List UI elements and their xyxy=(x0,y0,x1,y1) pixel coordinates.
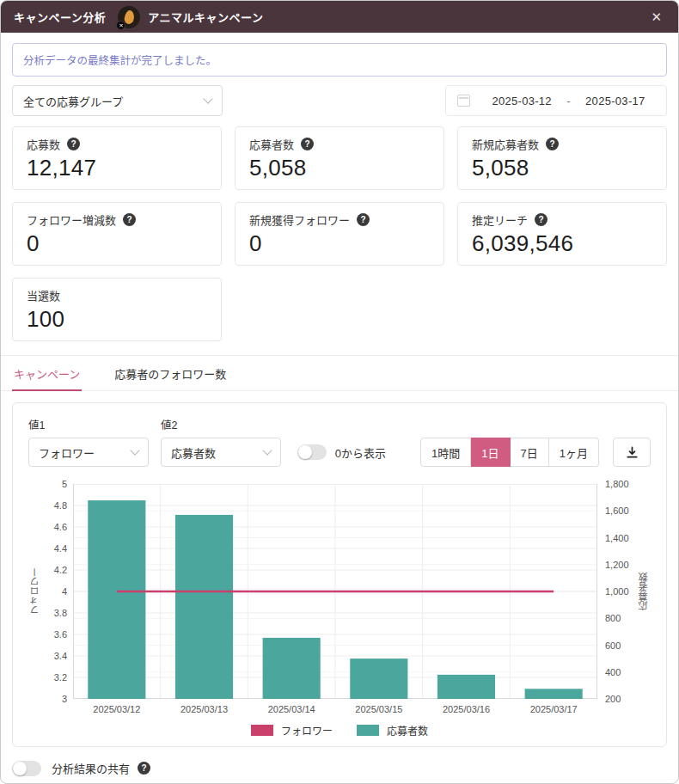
left-tick-label: 4.4 xyxy=(54,543,67,554)
stat-value: 12,147 xyxy=(27,155,207,181)
stat-label: 当選数 xyxy=(27,287,60,303)
campaign-avatar: ✕ xyxy=(118,6,140,28)
help-icon[interactable]: ? xyxy=(138,762,150,775)
stats-grid: 応募数?12,147応募者数?5,058新規応募者数?5,058フォロワー増減数… xyxy=(12,126,667,341)
right-tick-label: 1,600 xyxy=(605,505,629,516)
stat-label-row: フォロワー増減数? xyxy=(27,211,207,228)
stat-value: 5,058 xyxy=(472,155,652,181)
stat-label-row: 推定リーチ? xyxy=(472,211,652,228)
help-icon[interactable]: ? xyxy=(535,213,547,226)
range-1day[interactable]: 1日 xyxy=(471,438,510,467)
notification-banner: 分析データの最終集計が完了しました。 xyxy=(12,43,667,77)
stat-label: 新規獲得フォロワー xyxy=(249,211,350,228)
tab-entrant-followers[interactable]: 応募者のフォロワー数 xyxy=(113,356,228,391)
value1-select[interactable]: フォロワー xyxy=(28,438,149,467)
right-axis-ticks: 1,8001,6001,4001,2001,000800600400200 xyxy=(597,484,637,699)
date-range-end: 2025-03-17 xyxy=(576,95,655,107)
x-axis-label: 2025/03/12 xyxy=(73,704,161,714)
right-tick-label: 200 xyxy=(605,694,621,704)
notification-message: 分析データの最終集計が完了しました。 xyxy=(23,55,217,67)
left-tick-label: 4.2 xyxy=(54,565,67,575)
modal-header: キャンペーン分析 ✕ アニマルキャンペーン ✕ xyxy=(1,1,678,33)
close-icon[interactable]: ✕ xyxy=(647,7,665,27)
date-range-separator: - xyxy=(561,95,575,107)
value2-label: 値2 xyxy=(161,416,281,432)
plot-column: 2025/03/122025/03/132025/03/142025/03/15… xyxy=(73,484,597,714)
date-range-picker[interactable]: 2025-03-12 - 2025-03-17 xyxy=(445,85,667,116)
legend-swatch xyxy=(251,725,273,736)
left-axis-ticks: 54.84.64.44.243.83.63.43.23 xyxy=(42,484,73,699)
x-axis-label: 2025/03/13 xyxy=(161,704,248,714)
value2-select[interactable]: 応募者数 xyxy=(161,438,281,467)
right-tick-label: 1,800 xyxy=(605,479,629,489)
x-axis-label: 2025/03/17 xyxy=(510,704,597,714)
chart-legend: フォロワー応募者数 xyxy=(28,723,651,738)
campaign-name: アニマルキャンペーン xyxy=(148,9,263,25)
help-icon[interactable]: ? xyxy=(123,213,136,226)
help-icon[interactable]: ? xyxy=(546,138,559,150)
stat-value: 0 xyxy=(249,230,430,257)
stat-label: 応募者数 xyxy=(249,136,294,152)
download-button[interactable] xyxy=(613,438,651,467)
left-axis-title: フォロワー xyxy=(28,484,42,699)
bar-4 xyxy=(437,675,495,699)
chevron-down-icon xyxy=(203,94,212,103)
legend-swatch xyxy=(357,725,379,736)
tab-campaign[interactable]: キャンペーン xyxy=(12,356,82,391)
download-icon xyxy=(626,446,639,459)
range-7days[interactable]: 7日 xyxy=(511,438,549,467)
bar-1 xyxy=(175,515,233,699)
right-tick-label: 600 xyxy=(605,640,621,651)
chart-canvas xyxy=(73,484,597,699)
stat-entries: 応募数?12,147 xyxy=(12,126,222,190)
left-tick-label: 4 xyxy=(62,586,67,597)
x-axis-label: 2025/03/16 xyxy=(423,704,511,714)
range-1hour[interactable]: 1時間 xyxy=(420,438,471,467)
legend-item: フォロワー xyxy=(251,723,333,738)
right-tick-label: 1,200 xyxy=(605,560,629,570)
x-platform-badge-icon: ✕ xyxy=(116,21,125,30)
left-tick-label: 4.6 xyxy=(54,522,67,532)
right-tick-label: 1,000 xyxy=(605,586,629,597)
stat-label-row: 応募者数? xyxy=(249,136,430,152)
value1-select-value: フォロワー xyxy=(39,444,95,461)
stat-value: 0 xyxy=(27,230,207,257)
date-range-start: 2025-03-12 xyxy=(482,95,561,107)
toggle-knob xyxy=(298,445,312,459)
filter-row: 全ての応募グループ 2025-03-12 - 2025-03-17 xyxy=(12,85,667,116)
share-results-toggle-row: 分析結果の共有? xyxy=(12,760,667,776)
help-icon[interactable]: ? xyxy=(357,213,370,226)
stat-label-row: 新規獲得フォロワー? xyxy=(249,211,430,228)
footer-settings: 分析結果の共有?APIとして公開? xyxy=(12,760,667,784)
zero-display-label: 0から表示 xyxy=(335,444,386,461)
stat-entrants: 応募者数?5,058 xyxy=(235,126,444,190)
avatar-image xyxy=(124,9,136,25)
left-tick-label: 3.6 xyxy=(54,629,67,640)
campaign-analysis-modal: キャンペーン分析 ✕ アニマルキャンペーン ✕ 分析データの最終集計が完了しまし… xyxy=(0,0,679,784)
stat-new-followers: 新規獲得フォロワー?0 xyxy=(235,202,444,266)
stat-follower-change: フォロワー増減数?0 xyxy=(12,202,222,266)
chart-controls: 値1 フォロワー 値2 応募者数 0から表示 1時間1日7日1ヶ月 xyxy=(28,416,651,467)
right-tick-label: 1,400 xyxy=(605,533,629,543)
range-1month[interactable]: 1ヶ月 xyxy=(549,438,599,467)
share-results-toggle[interactable] xyxy=(12,761,41,776)
stat-label: 推定リーチ xyxy=(472,211,528,228)
right-tick-label: 800 xyxy=(605,613,621,623)
bar-3 xyxy=(350,658,407,699)
left-tick-label: 3 xyxy=(62,694,67,704)
chevron-down-icon xyxy=(262,445,272,455)
stat-label-row: 応募数? xyxy=(27,136,207,152)
left-tick-label: 5 xyxy=(62,479,67,489)
tabs-bar: キャンペーン応募者のフォロワー数 xyxy=(1,355,678,391)
zero-display-toggle[interactable] xyxy=(297,444,327,460)
help-icon[interactable]: ? xyxy=(67,138,80,150)
left-tick-label: 3.8 xyxy=(54,608,67,618)
value2-select-value: 応募者数 xyxy=(171,444,216,461)
stat-value: 100 xyxy=(27,306,207,333)
x-axis-label: 2025/03/15 xyxy=(335,704,423,714)
help-icon[interactable]: ? xyxy=(301,138,314,150)
stat-label-row: 当選数 xyxy=(27,287,207,303)
value1-field: 値1 フォロワー xyxy=(28,416,149,467)
bar-0 xyxy=(88,500,145,699)
entry-group-select[interactable]: 全ての応募グループ xyxy=(12,85,223,116)
